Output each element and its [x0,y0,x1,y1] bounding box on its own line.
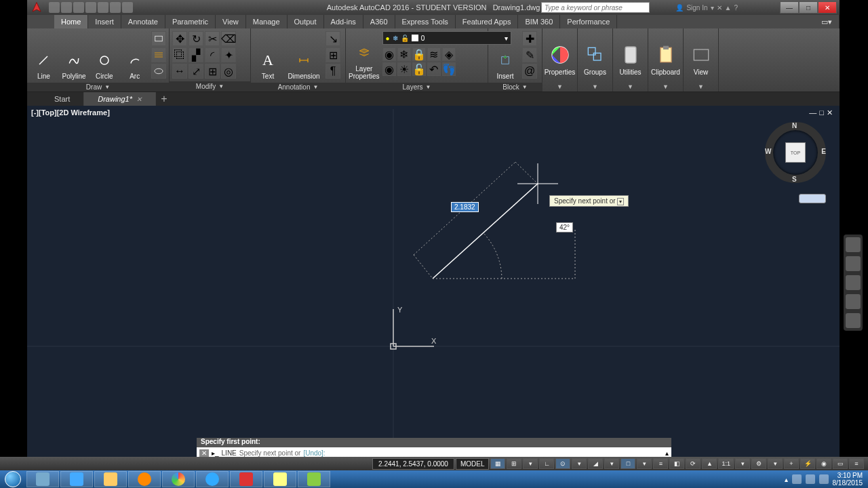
layer-thaw-icon[interactable]: ☀ [397,62,411,76]
taskbar-notes[interactable] [264,471,296,487]
layer-on-icon[interactable]: ◉ [382,62,396,76]
osnap-toggle[interactable]: □ [620,458,635,469]
layer-walk-icon[interactable]: 👣 [442,62,456,76]
layer-iso-icon[interactable]: ◈ [442,47,456,61]
wcs-badge[interactable] [799,194,826,203]
help-icon[interactable]: ? [734,4,738,12]
viewcube-top[interactable]: TOP [785,142,806,163]
nav-pan-icon[interactable] [846,256,861,271]
osnap-menu[interactable]: ▾ [637,458,652,469]
block-attr-icon[interactable]: @ [522,64,537,79]
a360-icon[interactable]: ▲ [725,4,732,12]
qat-plot-icon[interactable] [98,2,108,13]
tab-featured[interactable]: Featured Apps [456,15,519,28]
layer-freeze-icon[interactable]: ❄ [397,47,411,61]
qat-undo-icon[interactable] [110,2,121,13]
snap-menu[interactable]: ▾ [523,458,538,469]
array-icon[interactable]: ⊞ [205,64,220,79]
block-edit-icon[interactable]: ✎ [522,47,537,62]
move-icon[interactable]: ✥ [172,31,187,46]
workspace-switch[interactable]: ⚙ [751,458,766,469]
layer-properties-button[interactable]: Layer Properties [349,31,380,80]
viewcube[interactable]: TOP N S E W [765,122,826,183]
scale-readout[interactable]: 1:1 [718,458,734,469]
tray-up-icon[interactable]: ▴ [785,476,788,483]
snap-toggle[interactable]: ⊞ [507,458,521,469]
nav-showmotion-icon[interactable] [846,313,861,328]
panel-view[interactable]: View▼ [684,28,719,92]
sign-in-area[interactable]: 👤Sign In▾ ✕ ▲ ? [675,4,738,12]
model-space-toggle[interactable]: MODEL [456,458,490,470]
search-input[interactable] [541,2,650,13]
exchange-icon[interactable]: ✕ [717,4,722,12]
tab-annotate[interactable]: Annotate [121,15,165,28]
copy-icon[interactable]: ⿻ [172,47,187,62]
layer-match-icon[interactable]: ≋ [427,47,441,61]
tab-start[interactable]: Start [41,92,84,106]
qat-saveas-icon[interactable] [85,2,96,13]
taskbar-media[interactable] [128,471,161,487]
dynamic-distance-input[interactable]: 2.1832 [451,202,479,212]
cmd-close-icon[interactable]: ✕ [199,449,209,457]
arc-button[interactable]: Arc [121,31,149,80]
hardware-accel[interactable]: ⚡ [800,458,815,469]
minimize-button[interactable]: — [780,1,799,14]
qat-new-icon[interactable] [49,2,60,13]
scale-menu[interactable]: ▾ [735,458,750,469]
maximize-button[interactable]: □ [799,1,818,14]
block-create-icon[interactable]: ✚ [522,31,537,46]
mtext-icon[interactable]: ¶ [326,64,340,79]
mirror-icon[interactable]: ▞ [189,47,203,62]
taskbar-chrome[interactable] [162,471,195,487]
tab-parametric[interactable]: Parametric [165,15,216,28]
polyline-button[interactable]: Polyline [60,31,88,80]
panel-properties[interactable]: Properties▼ [542,28,578,92]
ribbon-min-icon[interactable]: ▭▾ [814,15,840,28]
insert-button[interactable]: Insert [491,31,519,80]
layer-unlock-icon[interactable]: 🔓 [412,62,426,76]
erase-icon[interactable]: ⌫ [221,31,236,46]
panel-annotation-label[interactable]: Annotation▼ [251,83,345,92]
taskbar-explorer[interactable] [26,471,59,487]
panel-groups[interactable]: Groups▼ [578,28,613,92]
ellipse-icon[interactable] [151,64,166,79]
tray-flag-icon[interactable] [792,474,802,484]
annotation-monitor[interactable]: + [784,458,799,469]
transparency-toggle[interactable]: ◧ [669,458,684,469]
circle-button[interactable]: Circle [91,31,119,80]
tab-output[interactable]: Output [288,15,324,28]
panel-modify-label[interactable]: Modify▼ [170,81,250,92]
lineweight-toggle[interactable]: ≡ [653,458,668,469]
taskbar-ie[interactable] [60,471,93,487]
trim-icon[interactable]: ✂ [205,31,220,46]
command-line[interactable]: Specify first point: ✕ ▸_ LINE Specify n… [197,438,671,458]
taskbar-autocad[interactable] [230,471,262,487]
drawing-canvas[interactable]: [-][Top][2D Wireframe] — □ ✕ X Y [27,106,840,445]
grid-toggle[interactable]: ▦ [490,458,505,469]
cmd-arrow-icon[interactable]: ▸_ [212,449,219,457]
table-icon[interactable]: ⊞ [326,47,340,62]
hatch-icon[interactable] [151,47,166,62]
nav-zoom-icon[interactable] [846,275,861,290]
qat-save-icon[interactable] [73,2,84,13]
panel-clipboard[interactable]: Clipboard▼ [648,28,684,92]
layer-lock-icon[interactable]: 🔒 [412,47,426,61]
tray-volume-icon[interactable] [819,474,829,484]
ortho-toggle[interactable]: ∟ [539,458,554,469]
qat-open-icon[interactable] [61,2,72,13]
clock[interactable]: 3:10 PM 8/18/2015 [833,472,863,487]
taskbar-skype[interactable] [196,471,229,487]
tab-manage[interactable]: Manage [246,15,288,28]
explode-icon[interactable]: ✦ [221,47,236,62]
annoscale-toggle[interactable]: ▲ [702,458,717,469]
text-button[interactable]: AText [254,31,282,80]
stretch-icon[interactable]: ↔ [172,64,187,79]
tab-insert[interactable]: Insert [88,15,121,28]
layer-off-icon[interactable]: ◉ [382,47,396,61]
start-button[interactable] [0,470,26,488]
tab-express[interactable]: Express Tools [395,15,456,28]
selection-cycle[interactable]: ⟳ [686,458,701,469]
panel-block-label[interactable]: Block▼ [488,83,542,92]
taskbar-folder[interactable] [94,471,127,487]
workspace-menu[interactable]: ▾ [768,458,783,469]
